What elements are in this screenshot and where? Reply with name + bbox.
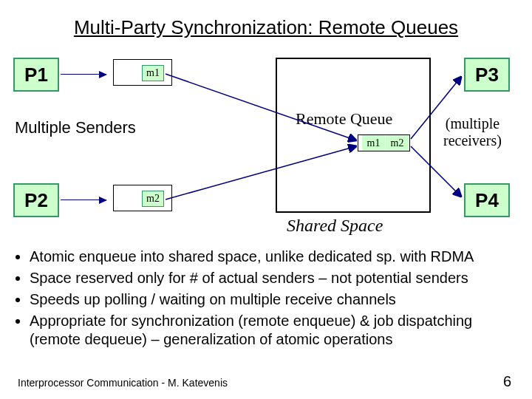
arrow-queue-to-p4 bbox=[411, 146, 461, 197]
footer-author: Interprocessor Communication - M. Kateve… bbox=[18, 377, 228, 389]
bullet-item: Appropriate for synchronization (remote … bbox=[30, 312, 519, 349]
arrow-m1-to-queue bbox=[166, 74, 356, 140]
arrow-queue-to-p3 bbox=[411, 77, 461, 139]
bullet-item: Space reserved only for # of actual send… bbox=[30, 269, 519, 287]
bullet-list: Atomic enqueue into shared space, unlike… bbox=[13, 248, 519, 352]
bullet-item: Atomic enqueue into shared space, unlike… bbox=[30, 248, 519, 266]
bullet-item: Speeds up polling / waiting on multiple … bbox=[30, 290, 519, 309]
footer-page-number: 6 bbox=[503, 373, 511, 390]
diagram-arrows bbox=[0, 0, 532, 244]
arrow-m2-to-queue bbox=[166, 146, 356, 200]
